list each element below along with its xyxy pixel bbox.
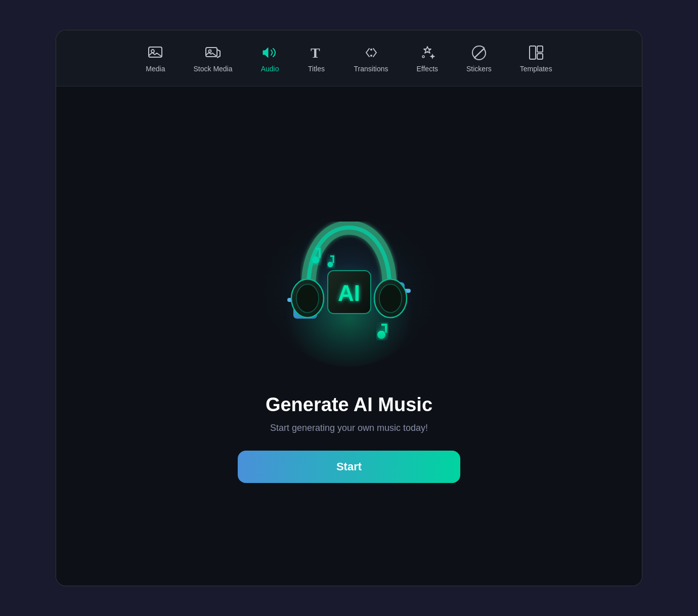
svg-point-3 <box>209 50 211 53</box>
svg-point-24 <box>312 256 319 263</box>
ai-illustration: AI <box>253 190 445 382</box>
svg-point-5 <box>370 49 372 51</box>
stickers-label: Stickers <box>466 65 492 73</box>
transitions-icon <box>362 43 380 62</box>
hero-title: Generate AI Music <box>266 394 432 416</box>
svg-point-6 <box>370 55 372 57</box>
svg-point-30 <box>377 331 385 339</box>
svg-point-1 <box>151 50 154 53</box>
media-icon <box>146 43 164 62</box>
svg-point-27 <box>328 261 333 267</box>
sidebar-item-transitions[interactable]: Transitions <box>340 38 403 78</box>
effects-icon <box>418 43 437 62</box>
templates-icon <box>527 43 545 62</box>
svg-text:T: T <box>311 45 320 61</box>
app-container: Media Stock Media <box>56 30 642 586</box>
sidebar-item-media[interactable]: Media <box>132 38 179 78</box>
titles-label: Titles <box>308 65 325 73</box>
sidebar-item-templates[interactable]: Templates <box>506 38 566 78</box>
sidebar-item-titles[interactable]: T Titles <box>293 38 340 78</box>
svg-rect-9 <box>537 46 543 52</box>
titles-icon: T <box>308 43 326 62</box>
transitions-label: Transitions <box>354 65 388 73</box>
media-label: Media <box>146 65 165 73</box>
stock-media-label: Stock Media <box>193 65 232 73</box>
stock-media-icon <box>204 43 222 62</box>
sidebar-item-audio[interactable]: Audio <box>247 38 293 78</box>
svg-text:AI: AI <box>338 281 360 305</box>
svg-rect-32 <box>381 324 387 326</box>
toolbar: Media Stock Media <box>56 30 642 86</box>
main-content: AI <box>56 86 642 586</box>
audio-icon <box>261 43 279 62</box>
svg-point-7 <box>422 56 424 58</box>
effects-label: Effects <box>416 65 438 73</box>
start-button[interactable]: Start <box>238 451 460 483</box>
svg-rect-10 <box>537 54 543 59</box>
sidebar-item-effects[interactable]: Effects <box>402 38 452 78</box>
svg-rect-29 <box>330 255 334 257</box>
hero-subtitle: Start generating your own music today! <box>270 423 428 433</box>
svg-rect-8 <box>530 46 536 59</box>
templates-label: Templates <box>520 65 552 73</box>
stickers-icon <box>470 43 488 62</box>
sidebar-item-stock-media[interactable]: Stock Media <box>179 38 246 78</box>
sidebar-item-stickers[interactable]: Stickers <box>452 38 506 78</box>
svg-rect-26 <box>316 248 321 250</box>
audio-label: Audio <box>261 65 279 73</box>
